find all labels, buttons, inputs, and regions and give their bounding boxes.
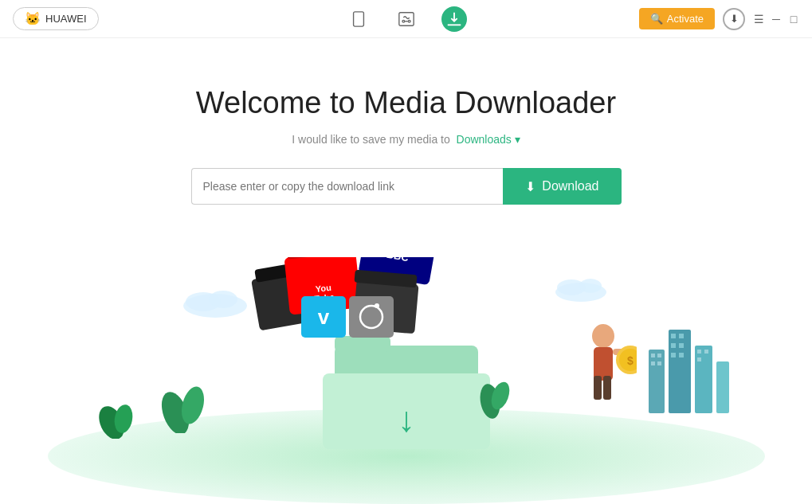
cloud-right: [549, 272, 613, 305]
nav-phone-icon[interactable]: [346, 6, 371, 32]
illustration: ↓ You Tube BBC v: [0, 257, 812, 504]
svg-point-10: [579, 279, 602, 293]
download-btn-icon: ⬇: [525, 179, 535, 194]
activate-button[interactable]: 🔍 Activate: [639, 8, 715, 29]
svg-rect-50: [697, 357, 701, 361]
welcome-title: Welcome to Media Downloader: [196, 86, 616, 120]
svg-rect-48: [697, 350, 701, 354]
svg-rect-38: [651, 361, 655, 365]
person: $: [581, 322, 637, 412]
titlebar: 🐱 HUAWEI: [0, 0, 812, 38]
main-content: Welcome to Media Downloader I would like…: [0, 38, 812, 205]
save-text: I would like to save my media to Downloa…: [292, 133, 520, 146]
media-cards: You Tube BBC v: [231, 257, 454, 349]
svg-rect-45: [671, 353, 676, 357]
svg-rect-54: [594, 376, 602, 400]
nav-download-icon[interactable]: [441, 6, 467, 32]
device-selector[interactable]: 🐱 HUAWEI: [13, 7, 99, 30]
plant-left: [159, 369, 207, 436]
svg-rect-28: [349, 296, 394, 338]
svg-rect-40: [669, 330, 691, 413]
svg-rect-37: [657, 354, 661, 357]
svg-rect-41: [671, 334, 676, 338]
svg-text:↓: ↓: [398, 400, 415, 439]
svg-text:$: $: [627, 354, 634, 367]
maximize-button[interactable]: □: [788, 14, 799, 25]
svg-rect-51: [716, 361, 729, 413]
svg-rect-42: [679, 334, 684, 338]
titlebar-right: 🔍 Activate ⬇ ☰ ─ □: [639, 8, 799, 30]
save-location-link[interactable]: Downloads ▾: [457, 133, 520, 146]
plant-center-right: [470, 365, 510, 424]
svg-rect-47: [695, 346, 712, 413]
activate-label: Activate: [667, 13, 704, 25]
window-controls: ☰ ─ □: [753, 14, 799, 25]
nav-icons: [346, 6, 467, 32]
svg-rect-0: [353, 11, 363, 25]
buildings: [645, 310, 732, 416]
hamburger-icon[interactable]: ☰: [753, 14, 764, 25]
device-name: HUAWEI: [45, 13, 87, 25]
download-button[interactable]: ⬇ Download: [503, 168, 621, 205]
svg-rect-39: [657, 361, 661, 365]
plant-far-left: [96, 391, 135, 442]
svg-rect-53: [594, 347, 613, 381]
svg-rect-49: [704, 350, 708, 354]
svg-rect-43: [671, 343, 676, 348]
device-icon: 🐱: [25, 11, 41, 26]
titlebar-left: 🐱 HUAWEI: [13, 7, 99, 30]
url-input[interactable]: [191, 168, 504, 205]
svg-rect-55: [603, 376, 611, 400]
svg-point-52: [592, 324, 614, 348]
search-icon: 🔍: [650, 13, 663, 25]
svg-point-4: [408, 20, 410, 22]
nav-media-icon[interactable]: [394, 6, 419, 32]
svg-text:v: v: [317, 305, 329, 329]
svg-point-30: [375, 303, 379, 308]
svg-rect-46: [679, 353, 684, 357]
svg-rect-2: [398, 12, 413, 25]
input-row: ⬇ Download: [191, 168, 622, 205]
svg-rect-44: [679, 343, 684, 348]
svg-rect-35: [649, 350, 665, 413]
svg-rect-36: [651, 354, 655, 357]
download-icon[interactable]: ⬇: [723, 8, 745, 30]
svg-point-3: [402, 20, 404, 22]
minimize-button[interactable]: ─: [771, 14, 782, 25]
